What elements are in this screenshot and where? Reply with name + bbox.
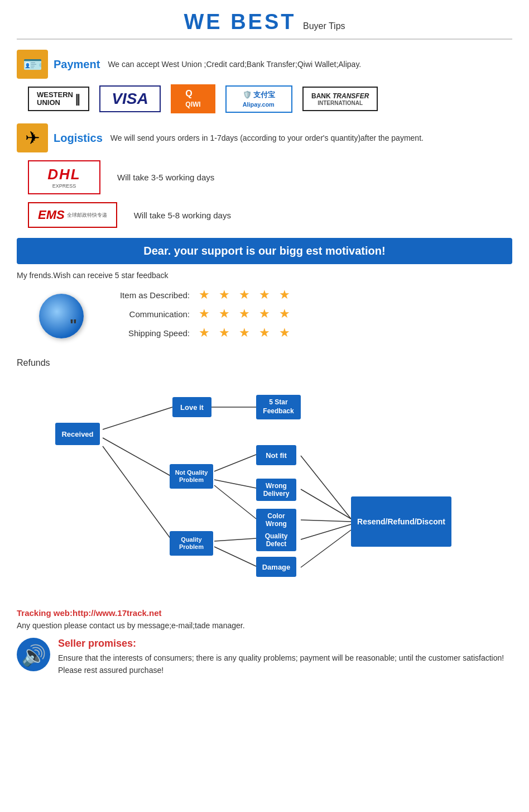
- dhl-days: Will take 3-5 working days: [117, 173, 214, 182]
- svg-line-5: [214, 480, 256, 488]
- star9: ★: [259, 307, 270, 321]
- payment-logos: WESTERNUNION ‖ VISA QQIWI 🛡️ 支付宝Alipay.c…: [28, 84, 512, 113]
- svg-line-8: [214, 547, 256, 566]
- tracking-section: Tracking web:http://www.17track.net Any …: [17, 608, 512, 630]
- star15: ★: [279, 326, 290, 340]
- speaker-icon: 🔊: [21, 644, 46, 667]
- node-wrong-delivery: Wrong Delivery: [256, 479, 296, 501]
- payment-icon: 🪪: [23, 55, 42, 74]
- payment-icon-box: 🪪: [17, 50, 48, 79]
- star5: ★: [279, 288, 290, 302]
- western-union-text: WESTERNUNION: [37, 91, 73, 107]
- speaker-icon-container: 🔊: [17, 638, 50, 671]
- star2: ★: [219, 288, 230, 302]
- star1: ★: [199, 288, 210, 302]
- stars-label-described: Item as Described:: [100, 290, 190, 300]
- node-quality-problem: Quality Problem: [170, 531, 213, 556]
- star12: ★: [219, 326, 230, 340]
- bank-transfer-logo: BANK TRANSFER INTERNATIONAL: [302, 87, 378, 111]
- star6: ★: [199, 307, 210, 321]
- logistics-icon-box: ✈: [17, 123, 48, 152]
- ems-days: Will take 5-8 working days: [134, 211, 231, 220]
- svg-line-10: [301, 489, 351, 519]
- alipay-logo: 🛡️ 支付宝Alipay.com: [225, 85, 292, 113]
- svg-line-11: [301, 520, 351, 522]
- feedback-banner: Dear. your support is our bigg est motiv…: [17, 238, 512, 264]
- star3: ★: [239, 288, 250, 302]
- stars-label-shipping: Shipping Speed:: [100, 328, 190, 338]
- western-union-logo: WESTERNUNION ‖: [28, 87, 89, 112]
- svg-line-12: [301, 524, 351, 539]
- star14: ★: [259, 326, 270, 340]
- dhl-logo: DHL EXPRESS: [28, 160, 100, 194]
- stars-table: Item as Described: ★ ★ ★ ★ ★ Communicati…: [100, 288, 290, 345]
- node-damage: Damage: [256, 557, 296, 577]
- dhl-row: DHL EXPRESS Will take 3-5 working days: [28, 160, 512, 194]
- tracking-link: Tracking web:http://www.17track.net: [17, 608, 512, 618]
- plane-icon: ✈: [25, 127, 40, 149]
- star7: ★: [219, 307, 230, 321]
- logistics-section: ✈ Logistics We will send yours orders in…: [17, 123, 512, 228]
- stars-row-described: Item as Described: ★ ★ ★ ★ ★: [100, 288, 290, 302]
- payment-desc: We can accept West Union ;Credit card;Ba…: [108, 60, 361, 69]
- star4: ★: [259, 288, 270, 302]
- refunds-title: Refunds: [17, 358, 50, 367]
- flowchart-container: Received Love it 5 Star Feedback Not Qua…: [22, 374, 507, 597]
- star8: ★: [239, 307, 250, 321]
- node-five-star: 5 Star Feedback: [256, 395, 301, 419]
- seller-promises-row: 🔊 Seller promises: Ensure that the inter…: [17, 638, 512, 677]
- node-quality-defect: Quality Defect: [256, 529, 296, 551]
- tracking-desc: Any question please contact us by messag…: [17, 621, 512, 630]
- refunds-section: Refunds: [17, 358, 512, 597]
- payment-title: Payment: [54, 58, 100, 71]
- payment-section: 🪪 Payment We can accept West Union ;Cred…: [17, 50, 512, 113]
- star13: ★: [239, 326, 250, 340]
- payment-label-row: 🪪 Payment We can accept West Union ;Cred…: [17, 50, 512, 79]
- star11: ★: [199, 326, 210, 340]
- qiwi-logo: QQIWI: [171, 84, 215, 113]
- stars-row-shipping: Shipping Speed: ★ ★ ★ ★ ★: [100, 326, 290, 340]
- stars-label-communication: Communication:: [100, 309, 190, 319]
- visa-logo: VISA: [99, 85, 161, 112]
- seller-promises-desc: Ensure that the interests of consumers; …: [58, 652, 512, 677]
- svg-line-4: [214, 455, 256, 471]
- svg-line-0: [103, 407, 172, 429]
- feedback-subtext: My frends.Wish can receive 5 star feedba…: [17, 271, 512, 280]
- logistics-label-row: ✈ Logistics We will send yours orders in…: [17, 123, 512, 152]
- ems-row: EMS 全球邮政特快专递 Will take 5-8 working days: [28, 202, 512, 228]
- svg-line-2: [103, 446, 172, 541]
- node-resend: Resend/Refund/Discont: [351, 496, 451, 547]
- node-not-quality: Not Quality Problem: [170, 464, 213, 489]
- seller-promises-text: Seller promises: Ensure that the interes…: [58, 638, 512, 677]
- stars-row-communication: Communication: ★ ★ ★ ★ ★: [100, 307, 290, 321]
- seller-promises-title: Seller promises:: [58, 638, 512, 649]
- node-not-fit: Not fit: [256, 445, 296, 465]
- logistics-desc: We will send yours orders in 1-7days (ac…: [110, 133, 424, 142]
- globe-icon: [39, 294, 84, 338]
- svg-line-9: [301, 456, 351, 519]
- svg-line-7: [214, 538, 256, 541]
- node-color-wrong: Color Wrong: [256, 509, 296, 531]
- svg-line-13: [301, 530, 351, 567]
- ems-logo: EMS 全球邮政特快专递: [28, 202, 117, 228]
- header-title-big: WE BEST: [184, 10, 296, 34]
- node-received: Received: [55, 423, 100, 445]
- star10: ★: [279, 307, 290, 321]
- page-header: WE BEST Buyer Tips: [17, 0, 512, 40]
- svg-line-6: [214, 485, 256, 519]
- logistics-title: Logistics: [54, 132, 103, 145]
- feedback-stars-section: Item as Described: ★ ★ ★ ★ ★ Communicati…: [39, 288, 512, 345]
- header-title-sub: Buyer Tips: [303, 21, 345, 31]
- node-love-it: Love it: [172, 397, 211, 417]
- svg-line-1: [103, 438, 172, 477]
